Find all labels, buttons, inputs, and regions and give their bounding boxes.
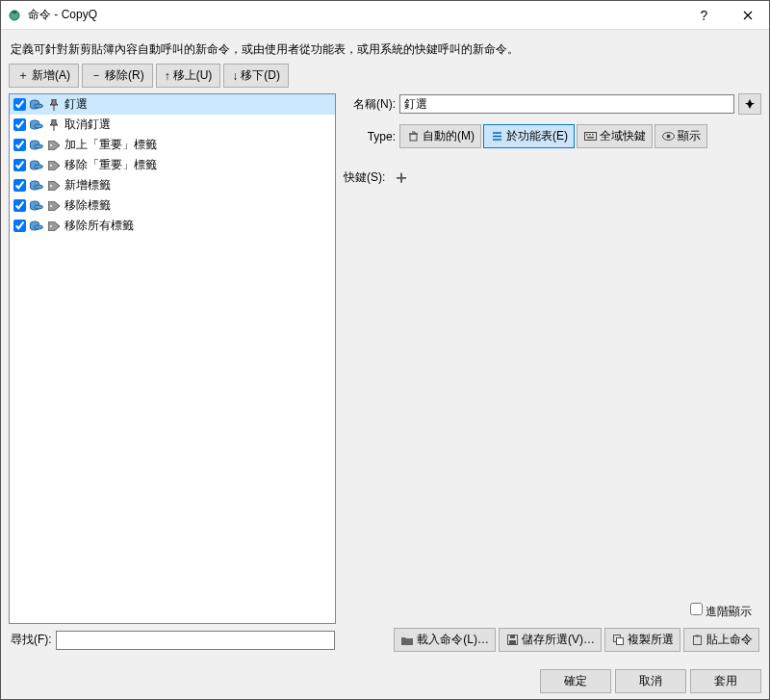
item-checkbox[interactable] (13, 139, 26, 151)
svg-rect-34 (693, 636, 701, 645)
svg-point-17 (50, 205, 52, 207)
copy-icon (611, 634, 625, 647)
svg-rect-1 (13, 11, 16, 13)
disk-icon (30, 220, 43, 233)
dialog-window: 命令 - CopyQ ? 定義可針對新剪貼簿內容自動呼叫的新命令，或由使用者從功… (0, 0, 770, 700)
list-item[interactable]: 加上「重要」標籤 (10, 135, 335, 155)
list-toolbar: ＋ 新增(A) － 移除(R) ↑ 移上(U) ↓ 移下(D) (9, 64, 761, 88)
paste-commands-button[interactable]: 貼上命令 (683, 628, 759, 652)
list-item[interactable]: 新增標籤 (10, 175, 335, 195)
paste-icon (690, 634, 704, 647)
svg-rect-21 (410, 134, 417, 141)
save-icon (505, 634, 519, 647)
apply-button[interactable]: 套用 (690, 669, 761, 693)
shortcut-label: 快鍵(S): (344, 169, 385, 186)
svg-point-16 (35, 205, 43, 209)
add-button[interactable]: ＋ 新增(A) (9, 64, 79, 88)
folder-icon (400, 634, 414, 647)
dialog-buttons: 確定 取消 套用 (1, 663, 769, 699)
disk-icon (30, 159, 43, 172)
item-label: 新增標籤 (64, 177, 111, 194)
item-label: 移除標籤 (64, 197, 111, 214)
item-checkbox[interactable] (13, 179, 26, 192)
svg-point-28 (666, 135, 670, 139)
close-button[interactable] (726, 1, 769, 30)
svg-rect-26 (587, 137, 594, 139)
move-down-button[interactable]: ↓ 移下(D) (223, 64, 289, 88)
type-menu-button[interactable]: 於功能表(E) (483, 124, 575, 148)
svg-rect-30 (510, 635, 515, 638)
advanced-checkbox-label[interactable]: 進階顯示 (690, 603, 752, 620)
add-shortcut-button[interactable]: ＋ (393, 166, 410, 189)
advanced-row: 進階顯示 (344, 599, 761, 624)
disk-icon (30, 179, 43, 193)
tag-icon (47, 139, 61, 152)
svg-point-7 (35, 144, 43, 148)
svg-point-20 (50, 225, 52, 227)
svg-rect-35 (695, 635, 699, 637)
type-auto-button[interactable]: 自動的(M) (399, 124, 481, 148)
list-item[interactable]: 移除標籤 (10, 195, 335, 216)
save-selected-button[interactable]: 儲存所選(V)… (499, 628, 602, 652)
cancel-button[interactable]: 取消 (615, 669, 686, 693)
command-list[interactable]: 釘選取消釘選加上「重要」標籤移除「重要」標籤新增標籤移除標籤移除所有標籤 (9, 93, 336, 624)
list-item[interactable]: 移除所有標籤 (10, 216, 335, 236)
disk-icon (30, 199, 43, 213)
advanced-checkbox[interactable] (690, 603, 703, 615)
item-label: 移除所有標籤 (64, 218, 134, 234)
tag-icon (47, 179, 61, 193)
type-show-button[interactable]: 顯示 (654, 124, 707, 148)
svg-point-14 (50, 185, 52, 187)
remove-button[interactable]: － 移除(R) (82, 64, 153, 88)
app-icon (7, 8, 22, 23)
ok-button[interactable]: 確定 (540, 669, 611, 693)
content-area: 定義可針對新剪貼簿內容自動呼叫的新命令，或由使用者從功能表，或用系統的快鍵呼叫的… (1, 30, 769, 663)
trash-icon (406, 130, 420, 143)
item-checkbox[interactable] (13, 159, 26, 171)
main-split: 釘選取消釘選加上「重要」標籤移除「重要」標籤新增標籤移除標籤移除所有標籤 名稱(… (9, 93, 761, 624)
item-checkbox[interactable] (13, 118, 26, 131)
svg-point-10 (35, 165, 43, 169)
type-global-button[interactable]: 全域快鍵 (577, 124, 653, 148)
list-item[interactable]: 釘選 (10, 94, 335, 115)
right-pane: 名稱(N): Type: 自動的(M) (344, 93, 761, 624)
name-label: 名稱(N): (344, 96, 396, 113)
keyboard-icon (583, 130, 597, 143)
copy-selected-button[interactable]: 複製所選 (604, 628, 680, 652)
type-label: Type: (344, 130, 396, 143)
list-item[interactable]: 移除「重要」標籤 (10, 155, 335, 175)
item-checkbox[interactable] (13, 220, 26, 232)
disk-icon (30, 139, 43, 152)
move-up-button[interactable]: ↑ 移上(U) (156, 64, 221, 88)
help-button[interactable]: ? (682, 1, 726, 30)
svg-rect-25 (592, 134, 594, 136)
load-commands-button[interactable]: 載入命令(L)… (394, 628, 496, 652)
shortcut-row: 快鍵(S): ＋ (344, 166, 761, 189)
item-label: 取消釘選 (64, 117, 111, 133)
arrow-down-icon: ↓ (232, 69, 238, 83)
svg-point-3 (35, 104, 43, 108)
window-title: 命令 - CopyQ (28, 7, 682, 23)
item-label: 釘選 (64, 96, 88, 113)
pin-icon-button[interactable] (738, 93, 761, 115)
list-item[interactable]: 取消釘選 (10, 115, 335, 135)
disk-icon (30, 118, 43, 132)
menu-icon (490, 130, 503, 143)
pin-icon (47, 98, 61, 112)
left-pane: 釘選取消釘選加上「重要」標籤移除「重要」標籤新增標籤移除標籤移除所有標籤 (9, 93, 336, 624)
pin-icon (47, 118, 61, 132)
svg-rect-23 (586, 134, 588, 136)
search-input[interactable] (56, 631, 335, 650)
search-row: 尋找(F): 載入命令(L)… 儲存所選(V)… 複製所選 貼上 (9, 624, 761, 656)
disk-icon (30, 98, 43, 112)
svg-rect-33 (616, 638, 623, 645)
name-input[interactable] (399, 94, 734, 114)
name-row: 名稱(N): (344, 93, 761, 115)
item-checkbox[interactable] (13, 98, 26, 111)
svg-point-8 (50, 144, 52, 146)
eye-icon (661, 130, 675, 143)
svg-point-13 (35, 185, 43, 189)
tag-icon (47, 199, 61, 213)
item-checkbox[interactable] (13, 199, 26, 212)
tag-icon (47, 220, 61, 233)
